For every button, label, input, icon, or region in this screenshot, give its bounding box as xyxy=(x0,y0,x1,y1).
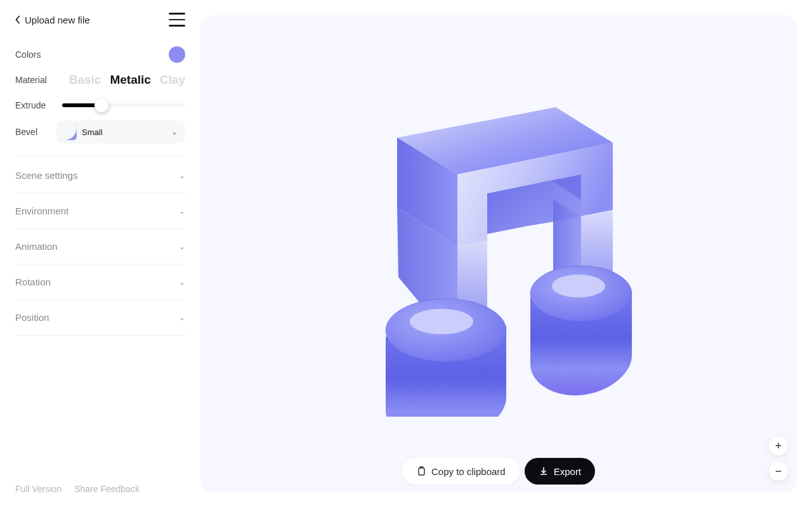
chevron-down-icon: ⌄ xyxy=(171,127,178,136)
section-rotation[interactable]: Rotation ⌄ xyxy=(15,264,185,300)
model-preview xyxy=(340,74,657,419)
download-icon xyxy=(539,466,549,476)
sidebar: Upload new file Colors Material Basic Me… xyxy=(0,0,200,508)
export-button[interactable]: Export xyxy=(525,458,595,485)
zoom-controls: + − xyxy=(769,436,788,481)
zoom-in-button[interactable]: + xyxy=(769,436,788,455)
bevel-label: Bevel xyxy=(15,127,37,137)
section-animation[interactable]: Animation ⌄ xyxy=(15,229,185,264)
chevron-down-icon: ⌄ xyxy=(179,171,185,180)
extrude-label: Extrude xyxy=(15,100,46,110)
hamburger-menu-button[interactable] xyxy=(169,13,185,27)
share-feedback-link[interactable]: Share Feedback xyxy=(74,484,140,494)
section-position-title: Position xyxy=(15,312,49,323)
chevron-down-icon: ⌄ xyxy=(179,278,185,287)
svg-point-2 xyxy=(552,275,605,297)
bevel-row: Bevel Small ⌄ xyxy=(15,120,185,143)
section-position[interactable]: Position ⌄ xyxy=(15,300,185,335)
canvas-viewport[interactable]: + − Copy to clipboard Export xyxy=(200,15,797,492)
upload-new-file-button[interactable]: Upload new file xyxy=(15,15,90,25)
section-scene-title: Scene settings xyxy=(15,170,77,181)
colors-row: Colors xyxy=(15,44,185,65)
bevel-select[interactable]: Small ⌄ xyxy=(56,120,185,143)
material-label: Material xyxy=(15,75,47,85)
section-environment-title: Environment xyxy=(15,205,69,216)
footer-links: Full Version Share Feedback xyxy=(15,484,140,494)
upload-new-file-label: Upload new file xyxy=(25,15,90,25)
color-swatch[interactable] xyxy=(169,46,185,63)
section-environment[interactable]: Environment ⌄ xyxy=(15,193,185,229)
bevel-preview-icon xyxy=(60,124,77,140)
chevron-down-icon: ⌄ xyxy=(179,207,185,216)
action-bar: Copy to clipboard Export xyxy=(402,458,595,485)
material-tabs: Basic Metalic Clay xyxy=(69,73,185,87)
copy-to-clipboard-button[interactable]: Copy to clipboard xyxy=(402,458,520,485)
svg-point-5 xyxy=(410,309,473,334)
zoom-out-button[interactable]: − xyxy=(769,462,788,481)
music-note-icon xyxy=(340,74,657,417)
sidebar-header: Upload new file xyxy=(15,13,185,27)
material-tab-basic[interactable]: Basic xyxy=(69,73,102,87)
svg-rect-6 xyxy=(419,468,424,475)
export-label: Export xyxy=(554,466,581,477)
section-scene-settings[interactable]: Scene settings ⌄ xyxy=(15,158,185,193)
material-row: Material Basic Metalic Clay xyxy=(15,70,185,90)
section-animation-title: Animation xyxy=(15,241,58,252)
section-rotation-title: Rotation xyxy=(15,277,51,287)
clipboard-icon xyxy=(416,466,426,476)
chevron-left-icon xyxy=(15,15,21,24)
full-version-link[interactable]: Full Version xyxy=(15,484,62,494)
extrude-thumb[interactable] xyxy=(95,98,108,112)
material-tab-metalic[interactable]: Metalic xyxy=(110,73,150,87)
chevron-down-icon: ⌄ xyxy=(179,313,185,322)
material-tab-clay[interactable]: Clay xyxy=(160,73,185,87)
extrude-slider[interactable] xyxy=(62,103,185,107)
chevron-down-icon: ⌄ xyxy=(179,242,185,251)
extrude-row: Extrude xyxy=(15,95,185,115)
copy-label: Copy to clipboard xyxy=(431,466,506,477)
colors-label: Colors xyxy=(15,49,41,60)
bevel-value: Small xyxy=(82,127,103,137)
